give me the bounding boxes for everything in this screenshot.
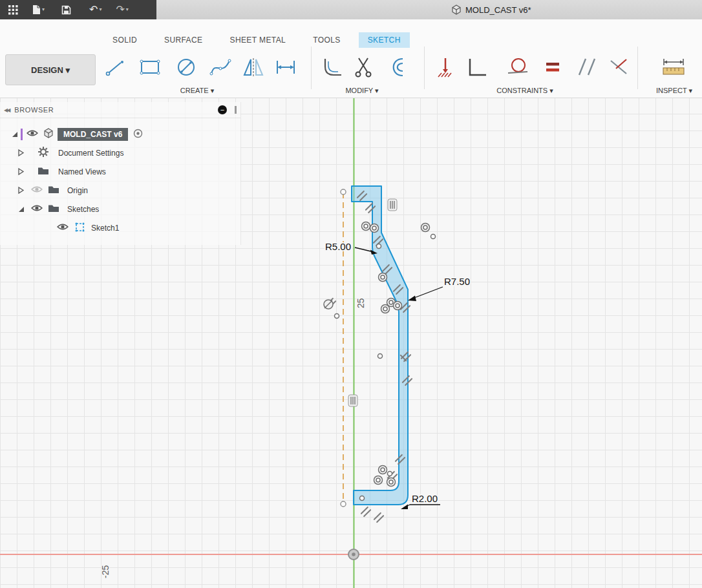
tab-surface[interactable]: SURFACE — [155, 32, 211, 48]
offset-icon — [384, 56, 407, 79]
dimension-neg25-label[interactable]: -25 — [100, 565, 111, 578]
parallel-icon — [575, 56, 599, 79]
sketch-dimension-tool-button[interactable] — [271, 52, 301, 82]
trim-scissors-icon — [352, 56, 375, 79]
tree-item-root-component[interactable]: MOLD_CAST v6 — [0, 125, 240, 143]
app-grid-icon[interactable] — [5, 4, 21, 16]
dimension-r7-label[interactable]: R7.50 — [444, 276, 470, 287]
tree-item-sketches[interactable]: Sketches — [0, 200, 240, 218]
tab-tools[interactable]: TOOLS — [304, 32, 349, 48]
activate-component-radio[interactable] — [133, 129, 143, 140]
selection-accent-bar — [21, 129, 23, 140]
fillet-tool-button[interactable] — [318, 52, 348, 82]
tree-item-label[interactable]: Named Views — [58, 167, 106, 176]
expand-collapse-icon[interactable] — [16, 167, 26, 176]
equal-icon — [541, 56, 564, 79]
group-separator — [424, 47, 425, 89]
document-title: MOLD_CAST v6* — [465, 5, 531, 15]
circle-tool-button[interactable] — [171, 52, 201, 82]
create-group-dropdown[interactable]: CREATE ▾ — [180, 87, 214, 95]
line-tool-button[interactable] — [100, 52, 130, 82]
visibility-eye-icon[interactable] — [27, 129, 38, 139]
origin-point[interactable] — [348, 549, 359, 560]
browser-tree: MOLD_CAST v6 — [0, 118, 240, 245]
workspace-selector-button[interactable]: DESIGN ▾ — [5, 54, 96, 85]
tree-item-document-settings[interactable]: Document Settings — [0, 143, 240, 162]
undo-caret-icon: ▾ — [99, 7, 101, 12]
modify-group-dropdown[interactable]: MODIFY ▾ — [345, 87, 378, 95]
spline-tool-button[interactable] — [206, 52, 235, 82]
dimension-25-label[interactable]: 25 — [356, 298, 366, 308]
folder-icon — [48, 185, 59, 196]
visibility-eye-icon[interactable] — [57, 223, 69, 233]
equal-constraint-button[interactable] — [538, 52, 568, 82]
tree-item-origin[interactable]: Origin — [0, 181, 240, 200]
tree-item-sketch1[interactable]: Sketch1 — [0, 218, 240, 237]
tree-item-label[interactable]: Origin — [67, 186, 88, 195]
quick-access-toolbar: ▾ ↶ ▾ ↷ ▾ — [0, 0, 156, 19]
parallel-constraint-button[interactable] — [572, 52, 602, 82]
title-bar: ▾ ↶ ▾ ↷ ▾ M — [0, 0, 702, 19]
panel-resize-grip[interactable] — [235, 106, 237, 114]
dimension-r7[interactable]: R7.50 — [408, 276, 470, 301]
construction-endpoint-bottom[interactable] — [341, 501, 346, 507]
expand-collapse-icon[interactable] — [9, 130, 19, 138]
redo-button[interactable]: ↷ ▾ — [112, 3, 131, 16]
measure-ruler-icon — [661, 56, 686, 79]
dimension-r5-label[interactable]: R5.00 — [325, 241, 351, 252]
rectangle-icon — [138, 56, 162, 79]
rectangle-tool-button[interactable] — [135, 52, 165, 82]
folder-icon — [48, 204, 59, 215]
construction-endpoint-top[interactable] — [341, 189, 346, 194]
spline-icon — [209, 56, 232, 79]
tree-item-named-views[interactable]: Named Views — [0, 162, 240, 181]
symmetry-icon — [607, 56, 630, 79]
save-icon — [61, 5, 71, 15]
tree-item-label[interactable]: Sketches — [67, 205, 99, 214]
component-cube-icon — [43, 128, 54, 140]
workspace-tabs: SOLID SURFACE SHEET METAL TOOLS SKETCH — [103, 32, 419, 48]
fix-constraint-button[interactable] — [430, 52, 460, 82]
fusion-window: R5.00 R7.50 R2.00 25 -25 — [0, 0, 702, 588]
browser-panel: ◀◀ BROWSER − — [0, 102, 241, 245]
browser-title: BROWSER — [14, 106, 218, 114]
document-cube-icon — [451, 5, 462, 15]
collapse-panel-icon[interactable]: ◀◀ — [4, 107, 9, 113]
tree-item-label[interactable]: Document Settings — [58, 149, 123, 158]
mirror-tool-button[interactable] — [239, 52, 268, 82]
inspect-group-dropdown[interactable]: INSPECT ▾ — [656, 87, 692, 95]
redo-icon: ↷ — [116, 5, 124, 15]
dimension-r5[interactable]: R5.00 — [325, 241, 378, 255]
expand-collapse-icon[interactable] — [16, 186, 26, 194]
measure-tool-button[interactable] — [659, 52, 688, 82]
minimize-browser-button[interactable]: − — [218, 105, 227, 114]
tree-item-label[interactable]: MOLD_CAST v6 — [58, 128, 128, 141]
expand-collapse-icon[interactable] — [16, 149, 26, 157]
group-separator — [311, 47, 312, 89]
tab-solid[interactable]: SOLID — [103, 32, 146, 48]
visibility-eye-hidden-icon[interactable] — [31, 185, 43, 195]
fix-constraint-icon — [433, 56, 456, 79]
document-title-group: MOLD_CAST v6* — [451, 0, 531, 19]
gear-icon — [37, 146, 49, 160]
visibility-eye-icon[interactable] — [31, 204, 43, 214]
folder-icon — [37, 166, 49, 177]
trim-tool-button[interactable] — [348, 52, 378, 82]
file-icon — [32, 5, 41, 15]
redo-caret-icon: ▾ — [126, 7, 129, 12]
perpendicular-constraint-button[interactable] — [462, 52, 491, 82]
offset-tool-button[interactable] — [381, 52, 410, 82]
constraints-group-dropdown[interactable]: CONSTRAINTS ▾ — [496, 87, 553, 95]
file-menu-button[interactable]: ▾ — [29, 3, 48, 16]
dimension-r2-label[interactable]: R2.00 — [412, 493, 438, 504]
browser-header: ◀◀ BROWSER − — [0, 102, 240, 118]
tangent-icon — [505, 56, 529, 79]
tree-item-label[interactable]: Sketch1 — [91, 224, 119, 233]
tab-sheet-metal[interactable]: SHEET METAL — [221, 32, 295, 48]
tangent-constraint-button[interactable] — [502, 52, 532, 82]
symmetry-constraint-button[interactable] — [604, 52, 633, 82]
tab-sketch[interactable]: SKETCH — [359, 32, 410, 48]
save-button[interactable] — [58, 4, 74, 16]
expand-collapse-icon[interactable] — [16, 205, 26, 213]
undo-button[interactable]: ↶ ▾ — [86, 3, 105, 16]
